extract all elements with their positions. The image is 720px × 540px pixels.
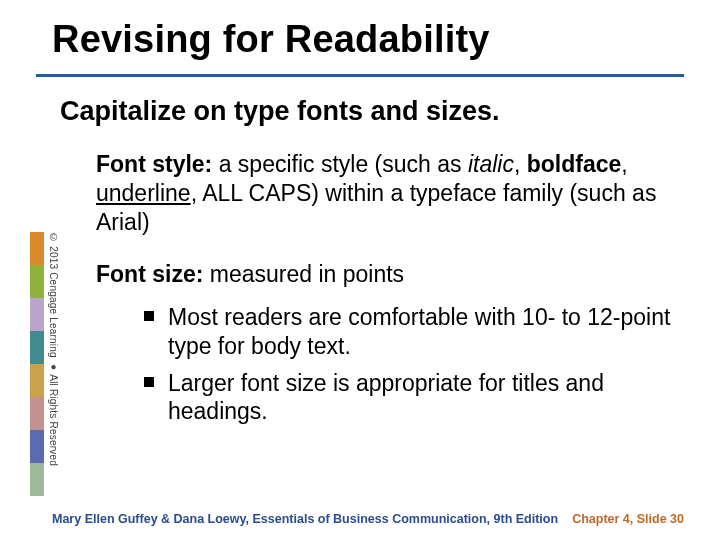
- spine-segment: [30, 298, 44, 331]
- slide-subtitle: Capitalize on type fonts and sizes.: [60, 96, 500, 127]
- spine-segment: [30, 364, 44, 397]
- bold-example: boldface: [527, 151, 622, 177]
- font-size-label: Font size:: [96, 261, 203, 287]
- footer: Mary Ellen Guffey & Dana Loewy, Essentia…: [52, 512, 684, 526]
- bullet-list: Most readers are comfortable with 10- to…: [96, 303, 672, 426]
- spine-segment: [30, 397, 44, 430]
- list-item: Most readers are comfortable with 10- to…: [144, 303, 672, 361]
- spine-segment: [30, 232, 44, 265]
- footer-slide-number: Chapter 4, Slide 30: [572, 512, 684, 526]
- underline-example: underline: [96, 180, 191, 206]
- copyright-vertical: © 2013 Cengage Learning ● All Rights Res…: [45, 232, 59, 496]
- spine-segment: [30, 331, 44, 364]
- spine-segment: [30, 430, 44, 463]
- footer-citation: Mary Ellen Guffey & Dana Loewy, Essentia…: [52, 512, 558, 526]
- list-item: Larger font size is appropriate for titl…: [144, 369, 672, 427]
- body-content: Font style: a specific style (such as it…: [96, 150, 672, 434]
- spine-segment: [30, 463, 44, 496]
- color-spine: [30, 232, 44, 496]
- title-rule: [36, 74, 684, 77]
- text: ,: [621, 151, 627, 177]
- paragraph-font-size: Font size: measured in points: [96, 260, 672, 289]
- spine-segment: [30, 265, 44, 298]
- paragraph-font-style: Font style: a specific style (such as it…: [96, 150, 672, 236]
- slide: Revising for Readability Capitalize on t…: [0, 0, 720, 540]
- font-style-label: Font style:: [96, 151, 212, 177]
- text: a specific style (such as: [212, 151, 468, 177]
- text: measured in points: [203, 261, 404, 287]
- text: ,: [514, 151, 527, 177]
- italic-example: italic: [468, 151, 514, 177]
- slide-title: Revising for Readability: [52, 18, 490, 61]
